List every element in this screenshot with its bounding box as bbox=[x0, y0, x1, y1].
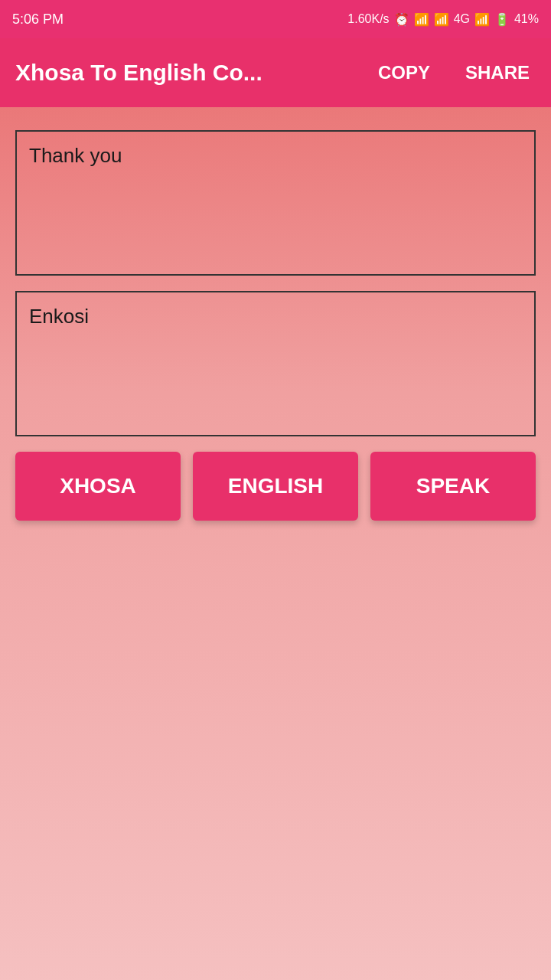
status-icons: 1.60K/s ⏰ 📶 📶 4G 📶 🔋 41% bbox=[347, 12, 539, 27]
status-time: 5:06 PM bbox=[12, 11, 64, 28]
signal-icon: 📶 bbox=[434, 12, 449, 27]
share-button[interactable]: SHARE bbox=[459, 56, 536, 90]
network-type: 4G bbox=[454, 12, 470, 26]
english-input[interactable] bbox=[15, 130, 536, 276]
language-buttons: XHOSA ENGLISH SPEAK bbox=[15, 452, 536, 521]
alarm-icon: ⏰ bbox=[394, 12, 409, 27]
battery-percent: 41% bbox=[514, 12, 539, 26]
network-speed: 1.60K/s bbox=[347, 12, 389, 26]
main-content: XHOSA ENGLISH SPEAK bbox=[0, 107, 551, 536]
status-bar: 5:06 PM 1.60K/s ⏰ 📶 📶 4G 📶 🔋 41% bbox=[0, 0, 551, 38]
app-title: Xhosa To English Co... bbox=[15, 60, 262, 86]
xhosa-output[interactable] bbox=[15, 291, 536, 436]
signal-icon-2: 📶 bbox=[474, 12, 490, 27]
app-bar: Xhosa To English Co... COPY SHARE bbox=[0, 38, 551, 107]
wifi-icon: 📶 bbox=[414, 12, 429, 27]
speak-button[interactable]: SPEAK bbox=[370, 452, 536, 521]
english-button[interactable]: ENGLISH bbox=[193, 452, 358, 521]
copy-button[interactable]: COPY bbox=[372, 56, 436, 90]
xhosa-button[interactable]: XHOSA bbox=[15, 452, 181, 521]
app-bar-actions: COPY SHARE bbox=[372, 56, 536, 90]
battery-icon: 🔋 bbox=[494, 12, 510, 27]
